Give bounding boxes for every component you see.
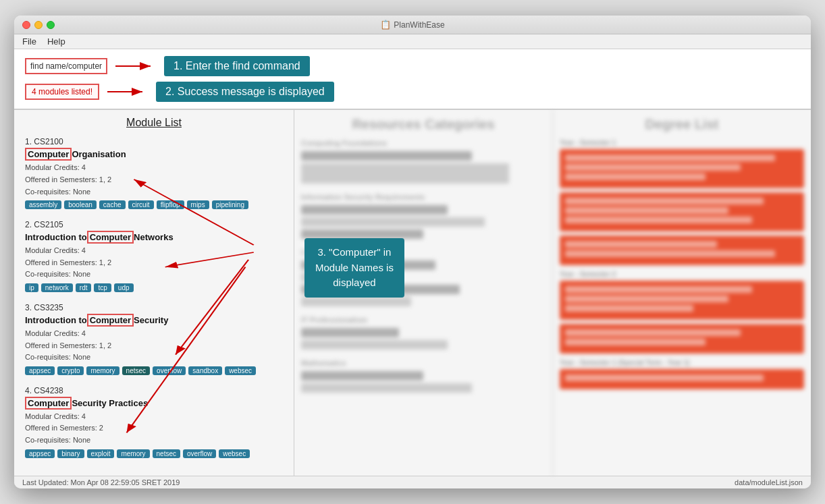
title-bar: 📋 PlanWithEase (14, 16, 811, 34)
tag: pipelining (212, 200, 248, 209)
tag: memory (86, 366, 119, 375)
tag: crypto (57, 366, 84, 375)
tag: ip (25, 283, 38, 292)
minimize-button[interactable] (34, 21, 43, 29)
module-entry-2: 2. CS2105 Introduction to Computer Netwo… (25, 220, 283, 292)
tag: exploit (87, 449, 115, 458)
module-meta-2: Modular Credits: 4 Offered in Semesters:… (25, 245, 283, 281)
step3-callout-container: 3. "Computer" inModule Names isdisplayed (304, 238, 404, 298)
tag: boolean (64, 200, 97, 209)
tag: netsec (153, 449, 180, 458)
blurred-section-2: Information Security Requirements (301, 193, 545, 239)
command-row-2: 4 modules listed! 2. Success message is … (25, 82, 800, 102)
blurred-section-5: Mathematics (301, 359, 545, 393)
find-command-input[interactable]: find name/computer (25, 58, 107, 74)
tag: tcp (94, 283, 111, 292)
status-left: Last Updated: Mon Apr 08 22:59:05 SRET 2… (22, 478, 180, 486)
content-wrapper: Module List 1. CS2100 Computer Organisat… (14, 110, 811, 475)
module-meta-1: Modular Credits: 4 Offered in Semesters:… (25, 162, 283, 198)
command-row-1: find name/computer 1. Enter the find com… (25, 56, 800, 76)
status-right: data/moduleList.json (735, 478, 803, 486)
step3-callout: 3. "Computer" inModule Names isdisplayed (304, 238, 404, 298)
module-num-2: 2. CS2105 (25, 220, 283, 229)
tag: sandbox (188, 366, 222, 375)
tag: assembly (25, 200, 61, 209)
maximize-button[interactable] (47, 21, 55, 29)
tag: websec (225, 366, 256, 375)
module-name-1: Computer Organisation (25, 148, 283, 161)
blurred-section-4: IT Professionalism (301, 316, 545, 349)
status-bar: Last Updated: Mon Apr 08 22:59:05 SRET 2… (14, 476, 811, 488)
module-highlight-3: Computer (87, 314, 134, 327)
module-highlight-2: Computer (87, 231, 134, 244)
tag: memory (117, 449, 149, 458)
arrow-right-2 (107, 85, 148, 99)
module-meta-4: Modular Credits: 4 Offered in Semesters:… (25, 411, 283, 447)
module-highlight-1: Computer (25, 148, 72, 161)
close-button[interactable] (22, 21, 30, 29)
module-panel: Module List 1. CS2100 Computer Organisat… (14, 110, 294, 475)
module-entry-3: 3. CS3235 Introduction to Computer Secur… (25, 303, 283, 375)
step1-callout: 1. Enter the find command (164, 56, 310, 76)
module-num-4: 4. CS4238 (25, 386, 283, 395)
tag: appsec (25, 449, 55, 458)
module-name-4: Computer Security Practices (25, 397, 283, 410)
module-tags-2: ip network rdt tcp udp (25, 283, 283, 292)
blurred-section-1: Computing Foundations (301, 139, 545, 184)
tag: appsec (25, 366, 55, 375)
tag: mips (187, 200, 209, 209)
module-entry-4: 4. CS4238 Computer Security Practices Mo… (25, 386, 283, 458)
title-icon: 📋 (380, 20, 391, 30)
degree-panel: Degree List Year - Semester 1 Year - Sem… (553, 110, 811, 475)
tag: binary (57, 449, 84, 458)
module-entry-1: 1. CS2100 Computer Organisation Modular … (25, 137, 283, 209)
module-panel-title: Module List (25, 117, 283, 129)
success-message: 4 modules listed! (25, 84, 99, 100)
tag: netsec (122, 366, 150, 375)
module-highlight-4: Computer (25, 397, 72, 410)
tag: udp (114, 283, 134, 292)
tag: rdt (76, 283, 92, 292)
resources-title: Resources Categories (301, 117, 545, 132)
module-name-3: Introduction to Computer Security (25, 314, 283, 327)
tag: circuit (128, 200, 154, 209)
module-meta-3: Modular Credits: 4 Offered in Semesters:… (25, 328, 283, 364)
module-name-2: Introduction to Computer Networks (25, 231, 283, 244)
module-num-3: 3. CS3235 (25, 303, 283, 312)
tag: flipflop (157, 200, 184, 209)
module-tags-3: appsec crypto memory netsec overflow san… (25, 366, 283, 375)
command-area: find name/computer 1. Enter the find com… (14, 49, 811, 110)
menu-help[interactable]: Help (47, 36, 65, 47)
tag: network (41, 283, 73, 292)
tag: overflow (183, 449, 216, 458)
module-tags-4: appsec binary exploit memory netsec over… (25, 449, 283, 458)
main-window: 📋 PlanWithEase File Help find name/compu… (14, 16, 811, 488)
degree-title: Degree List (560, 117, 804, 132)
tag: cache (99, 200, 126, 209)
tag: websec (219, 449, 250, 458)
step2-callout: 2. Success message is displayed (156, 82, 334, 102)
menu-bar: File Help (14, 34, 811, 49)
tag: overflow (153, 366, 186, 375)
window-title: 📋 PlanWithEase (380, 20, 444, 30)
menu-file[interactable]: File (22, 36, 36, 47)
module-num-1: 1. CS2100 (25, 137, 283, 146)
traffic-lights (22, 21, 55, 29)
arrow-right-1 (115, 59, 156, 73)
module-tags-1: assembly boolean cache circuit flipflop … (25, 200, 283, 209)
